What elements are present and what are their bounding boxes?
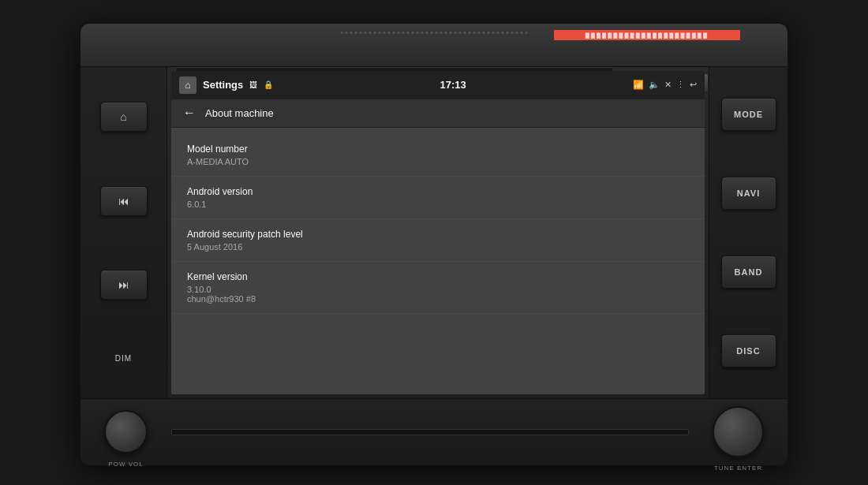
nav-title: About machine — [205, 107, 274, 119]
setting-value: 3.10.0 chun@hctr930 #8 — [187, 285, 689, 304]
screen-wrapper: ⌂ Settings 🖼 🔒 17:13 📶 🔈 ✕ ⋮ ↩ — [171, 71, 705, 394]
status-title: Settings — [203, 79, 243, 91]
setting-value: A-MEDIA AUTO — [187, 157, 689, 166]
setting-label: Kernel version — [187, 271, 689, 282]
setting-value: 5 August 2016 — [187, 242, 689, 252]
android-screen: ⌂ Settings 🖼 🔒 17:13 📶 🔈 ✕ ⋮ ↩ — [171, 71, 705, 394]
prev-button[interactable]: ⏮ — [100, 186, 148, 216]
home-button[interactable]: ⌂ — [100, 102, 148, 132]
back-arrow[interactable]: ← — [183, 106, 196, 120]
back-icon-status[interactable]: ↩ — [690, 80, 697, 90]
image-icon-status: 🖼 — [249, 80, 257, 89]
status-time: 17:13 — [440, 79, 466, 91]
volume-label: POW VOL — [108, 461, 143, 468]
tune-knob[interactable] — [713, 406, 764, 457]
more-icon-status[interactable]: ⋮ — [676, 80, 685, 90]
volume-icon-status: 🔈 — [649, 80, 660, 90]
right-panel: MODE NAVI BAND DISC — [709, 67, 788, 398]
setting-item: Android security patch level5 August 201… — [171, 219, 705, 262]
signal-icon: 📶 — [633, 80, 644, 90]
navi-button[interactable]: NAVI — [721, 177, 776, 210]
product-sticker: ▓▓▓▓▓▓▓▓▓▓▓▓▓▓▓▓▓▓▓▓▓▓ — [554, 30, 740, 40]
vent-holes: for(let i=0;i<40;i++) document.write('<d… — [341, 32, 528, 34]
mode-button[interactable]: MODE — [721, 98, 776, 131]
car-head-unit: ▓▓▓▓▓▓▓▓▓▓▓▓▓▓▓▓▓▓▓▓▓▓ for(let i=0;i<40;… — [79, 22, 789, 464]
lock-icon-status: 🔒 — [264, 80, 273, 89]
disc-button[interactable]: DISC — [721, 334, 776, 367]
status-right-icons: 📶 🔈 ✕ ⋮ ↩ — [633, 80, 697, 90]
nav-bar: ← About machine — [171, 99, 705, 128]
middle-section: ⌂ ⏮ ⏭ DIM ⌂ Settings 🖼 🔒 17:13 📶 — [80, 67, 788, 398]
dim-label: DIM — [115, 354, 132, 363]
bottom-bar: POW VOL TUNE ENTER — [80, 398, 788, 465]
setting-label: Android security patch level — [187, 229, 689, 240]
status-bar: ⌂ Settings 🖼 🔒 17:13 📶 🔈 ✕ ⋮ ↩ — [171, 71, 705, 99]
cd-slot — [171, 429, 689, 435]
setting-label: Android version — [187, 186, 689, 197]
tune-label: TUNE ENTER — [714, 464, 762, 472]
setting-value: 6.0.1 — [187, 200, 689, 209]
status-left: ⌂ Settings 🖼 🔒 — [179, 76, 273, 94]
settings-content: Model numberA-MEDIA AUTOAndroid version6… — [171, 128, 705, 394]
setting-item: Android version6.0.1 — [171, 177, 705, 219]
home-icon-status[interactable]: ⌂ — [179, 76, 196, 94]
next-button[interactable]: ⏭ — [100, 270, 148, 300]
setting-item: Model numberA-MEDIA AUTO — [171, 134, 705, 177]
setting-label: Model number — [187, 144, 689, 155]
top-bar: ▓▓▓▓▓▓▓▓▓▓▓▓▓▓▓▓▓▓▓▓▓▓ for(let i=0;i<40;… — [80, 24, 788, 67]
left-panel: ⌂ ⏮ ⏭ DIM — [80, 67, 167, 398]
band-button[interactable]: BAND — [721, 256, 776, 289]
mute-icon-status: ✕ — [664, 80, 672, 90]
setting-item: Kernel version3.10.0 chun@hctr930 #8 — [171, 262, 705, 314]
volume-knob[interactable] — [104, 410, 148, 453]
